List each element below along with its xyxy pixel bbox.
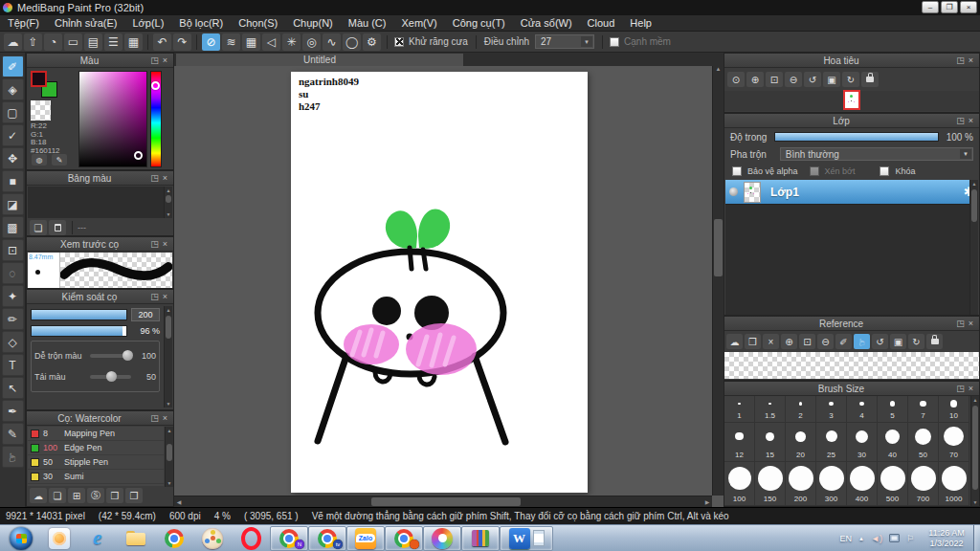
hand-button[interactable]: ☞ — [854, 334, 870, 349]
taskbar-medibang-app[interactable] — [423, 526, 461, 551]
close-icon[interactable]: × — [966, 384, 976, 393]
taskbar-explorer[interactable] — [117, 526, 155, 551]
fill-rect-tool[interactable]: ■ — [2, 170, 24, 192]
canvas-page[interactable]: ngatrinh8049 su h247 — [291, 72, 588, 493]
slider-knob[interactable] — [106, 371, 117, 382]
color-wheel-button[interactable]: ◍ — [32, 154, 47, 165]
scroll-up-icon[interactable]: ▲ — [166, 427, 173, 434]
document-icon[interactable]: ▤ — [84, 33, 102, 51]
brush-size-50[interactable]: 50 — [908, 423, 939, 462]
navigator-thumbnail[interactable] — [843, 90, 860, 110]
snap-grid-button[interactable]: ▦ — [242, 33, 260, 51]
canvas-vertical-scrollbar[interactable]: ▲ — [712, 66, 724, 496]
close-icon[interactable]: × — [160, 292, 170, 301]
brush-size-70[interactable]: 70 — [939, 423, 969, 462]
close-image-button[interactable]: × — [763, 334, 779, 349]
scroll-up-icon[interactable]: ▲ — [165, 187, 172, 194]
slider-track[interactable] — [90, 354, 131, 358]
alpha-lock-checkbox[interactable] — [732, 166, 742, 176]
brush-size-150[interactable]: 150 — [755, 462, 786, 506]
taskbar-chrome-tv[interactable]: tv — [308, 526, 346, 551]
menu-lop[interactable]: Lớp(L) — [124, 15, 171, 31]
brush-opacity-slider[interactable] — [31, 325, 127, 337]
snap-ellipse-button[interactable]: ◯ — [343, 33, 361, 51]
popout-icon[interactable]: ◳ — [149, 173, 160, 183]
hue-cursor[interactable] — [151, 81, 160, 90]
brush-row[interactable]: 50 Stipple Pen — [28, 455, 164, 470]
taskbar-chrome-badged[interactable] — [385, 526, 423, 551]
text-tool[interactable]: T — [2, 354, 24, 376]
lasso-tool[interactable]: ◌ — [2, 262, 24, 284]
palette-scrollbar[interactable]: ▲ ▼ — [164, 187, 172, 218]
brush-row[interactable]: 30 Sumi — [28, 470, 164, 484]
eyedropper-tool[interactable]: ✎ — [2, 423, 24, 445]
cloud-open-button[interactable]: ☁ — [726, 334, 743, 349]
brush-folder-button[interactable]: ❒ — [106, 488, 123, 503]
polyline-tool[interactable]: ✓ — [2, 124, 24, 146]
brush-size-200[interactable]: 200 — [786, 462, 816, 506]
color-mode-button[interactable]: ✎ — [52, 154, 67, 165]
zoom-out-button[interactable]: ⊖ — [817, 334, 834, 349]
menu-xem[interactable]: Xem(V) — [393, 15, 444, 31]
popout-icon[interactable]: ◳ — [955, 116, 966, 125]
brush-list-scrollbar[interactable]: ▲ ▼ — [165, 427, 173, 487]
layer-opacity-slider[interactable] — [774, 132, 938, 142]
add-brush-button[interactable]: ⊞ — [68, 488, 85, 503]
select-eraser-tool[interactable]: ◇ — [2, 331, 24, 353]
brush-size-scrollbar[interactable]: ▲ ▼ — [970, 396, 979, 506]
canvas-horizontal-scrollbar[interactable]: ◀ ▶ — [174, 496, 712, 507]
taskbar-medibang-shortcut[interactable] — [193, 526, 232, 551]
brush-size-15[interactable]: 15 — [755, 423, 786, 462]
blend-mode-dropdown[interactable]: Bình thường ▼ — [780, 147, 973, 161]
slider-knob[interactable] — [122, 350, 133, 361]
taskbar-word[interactable]: W — [500, 526, 553, 551]
scroll-up-icon[interactable]: ▲ — [971, 396, 979, 404]
brush-row[interactable]: 8 Mapping Pen — [28, 427, 164, 441]
gradient-tool[interactable]: ▩ — [2, 216, 24, 238]
taskbar-opera[interactable] — [232, 526, 270, 551]
scroll-down-icon[interactable]: ▼ — [165, 210, 172, 218]
start-button[interactable] — [2, 526, 40, 551]
clipping-checkbox[interactable] — [810, 166, 819, 176]
reference-canvas[interactable] — [724, 352, 979, 379]
taskbar-zalo[interactable]: Zalo — [346, 526, 385, 551]
menu-chup[interactable]: Chụp(N) — [285, 15, 341, 31]
menu-cua-so[interactable]: Cửa sổ(W) — [513, 15, 580, 31]
close-icon[interactable]: × — [160, 55, 170, 65]
menu-mau[interactable]: Màu (C) — [341, 15, 394, 31]
minimize-button[interactable]: – — [922, 1, 939, 13]
brush-size-10[interactable]: 10 — [939, 396, 969, 423]
notes-icon[interactable]: ▭ — [64, 33, 82, 51]
brush-tool[interactable]: ✐ — [2, 55, 24, 77]
operation-tool[interactable]: ↖ — [2, 377, 24, 399]
close-icon[interactable]: × — [966, 55, 976, 65]
lock-checkbox[interactable] — [880, 166, 889, 176]
rotate-cw-button[interactable]: ↻ — [842, 72, 859, 87]
show-desktop-button[interactable] — [973, 525, 980, 551]
fit-button[interactable]: ⊡ — [799, 334, 815, 349]
script-brush-button[interactable]: Ⓢ — [87, 488, 104, 503]
grid-icon[interactable]: ▦ — [124, 33, 143, 51]
scroll-down-icon[interactable]: ▼ — [165, 400, 172, 408]
cloud-icon[interactable]: ☁ — [4, 33, 22, 51]
brush-size-100[interactable]: 100 — [724, 462, 755, 506]
close-icon[interactable]: × — [160, 239, 170, 249]
menu-cong-cu[interactable]: Công cụ(T) — [445, 15, 513, 31]
snap-parallel-button[interactable]: ≋ — [222, 33, 240, 51]
cloud-brush-button[interactable]: ☁ — [30, 488, 47, 503]
brush-size-12[interactable]: 12 — [724, 423, 755, 462]
taskbar-ie[interactable]: e — [78, 526, 117, 551]
language-indicator[interactable]: EN — [840, 534, 853, 543]
lock-button[interactable] — [926, 334, 943, 349]
scroll-down-icon[interactable]: ▼ — [166, 479, 173, 487]
scroll-up-icon[interactable]: ▲ — [970, 180, 978, 187]
snap-off-button[interactable]: ⊘ — [202, 33, 220, 51]
brush-size-4[interactable]: 4 — [847, 396, 878, 423]
snap-curve-button[interactable]: ∿ — [323, 33, 341, 51]
popout-icon[interactable]: ◳ — [955, 55, 966, 65]
restore-button[interactable]: ❐ — [941, 1, 958, 13]
scroll-up-icon[interactable]: ▲ — [716, 66, 722, 72]
close-icon[interactable]: × — [966, 116, 976, 125]
popout-icon[interactable]: ◳ — [955, 384, 966, 393]
zoom-out-button[interactable]: ⊖ — [785, 72, 802, 87]
